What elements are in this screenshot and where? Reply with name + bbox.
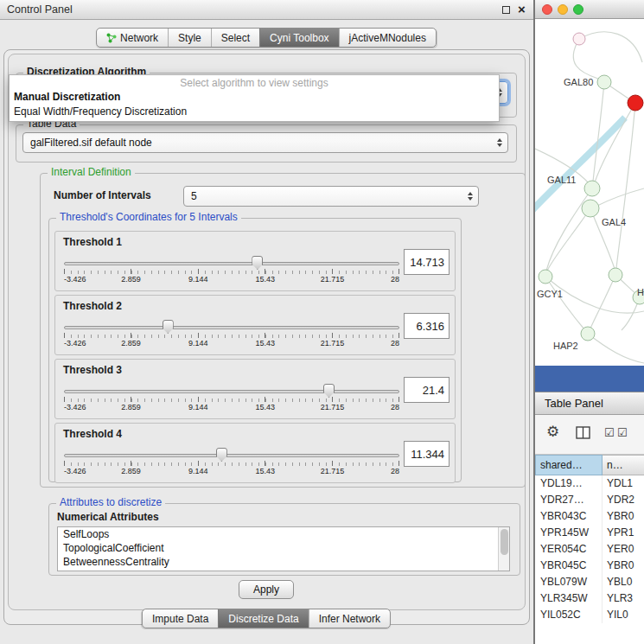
network-edge	[547, 208, 590, 271]
node-label: H	[637, 287, 644, 297]
tab-infer-network[interactable]: Infer Network	[309, 609, 390, 628]
network-canvas[interactable]: GAL80GAL11GAL4GCY1HAP2H	[535, 19, 644, 366]
axis-tick-label: 2.859	[121, 403, 141, 411]
select-all-icon[interactable]: ☑	[604, 426, 615, 439]
table-panel-title: Table Panel	[545, 397, 603, 410]
table-row[interactable]: YPR145WYPR1	[535, 525, 644, 541]
column-header-name[interactable]: n…	[603, 455, 644, 475]
slider-thumb[interactable]	[252, 256, 263, 270]
cell-shared-name: YBR045C	[535, 558, 603, 574]
tab-network[interactable]: Network	[97, 29, 168, 47]
network-node[interactable]	[584, 181, 600, 196]
thresholds-group: Threshold's Coordinates for 5 Intervals …	[48, 218, 462, 482]
network-node[interactable]	[539, 270, 552, 284]
dropdown-option[interactable]: Equal Width/Frequency Discretization	[10, 105, 499, 119]
close-icon[interactable]: ×	[518, 1, 526, 18]
axis-tick-label: -3.426	[64, 403, 86, 411]
network-node[interactable]	[597, 75, 611, 89]
float-window-icon[interactable]	[502, 6, 510, 14]
network-node[interactable]	[573, 33, 585, 45]
slider-thumb[interactable]	[323, 384, 335, 398]
network-edge	[545, 277, 584, 329]
tab-discretize-data[interactable]: Discretize Data	[218, 609, 308, 628]
tab-label: jActiveMNodules	[349, 32, 426, 44]
slider-axis: -3.4262.8599.14415.4321.71528	[64, 339, 399, 349]
network-canvas-svg: GAL80GAL11GAL4GCY1HAP2H	[535, 19, 644, 366]
table-row[interactable]: YBL079WYBL0	[535, 574, 644, 590]
table-row[interactable]: YDL19…YDL1	[535, 475, 644, 492]
tab-select[interactable]: Select	[211, 29, 259, 47]
table-toolbar: ⚙ ☑ ☑	[535, 415, 644, 455]
tab-impute-data[interactable]: Impute Data	[143, 609, 218, 628]
network-node-selected[interactable]	[628, 95, 643, 111]
numerical-attributes-list[interactable]: SelfLoopsTopologicalCoefficientBetweenne…	[57, 526, 510, 571]
cell-shared-name: YPR145W	[535, 525, 603, 541]
list-item[interactable]: SelfLoops	[58, 527, 509, 541]
network-window-titlebar	[535, 0, 644, 19]
axis-tick-label: -3.426	[64, 467, 86, 475]
threshold-value-field[interactable]: 14.713	[404, 249, 450, 275]
list-item[interactable]: TopologicalCoefficient	[58, 541, 509, 555]
number-of-intervals-spinner[interactable]: 5	[183, 186, 479, 207]
axis-tick-label: 9.144	[188, 275, 208, 284]
tab-style[interactable]: Style	[168, 29, 211, 47]
columns-icon[interactable]	[576, 426, 590, 443]
tab-jactivemnodules[interactable]: jActiveMNodules	[339, 29, 436, 47]
table-data-combobox[interactable]: galFiltered.sif default node	[22, 132, 508, 153]
node-label: GAL4	[602, 217, 626, 227]
threshold-value-field[interactable]: 21.4	[404, 377, 450, 403]
list-item[interactable]: BetweennessCentrality	[58, 555, 509, 569]
axis-tick-label: 28	[391, 403, 399, 411]
node-label: GCY1	[537, 289, 563, 299]
scrollbar-thumb[interactable]	[501, 529, 508, 555]
table-row[interactable]: YIL052CYIL0	[535, 607, 644, 623]
slider-thumb[interactable]	[216, 448, 227, 462]
close-traffic-light-icon[interactable]	[542, 4, 552, 15]
slider-axis: -3.4262.8599.14415.4321.71528	[64, 275, 399, 285]
select-none-icon[interactable]: ☑	[617, 426, 628, 439]
slider-ticks-major	[64, 333, 399, 338]
threshold-value-field[interactable]: 11.344	[404, 441, 450, 467]
axis-tick-label: 9.144	[188, 403, 208, 411]
table-row[interactable]: YBR045CYBR0	[535, 558, 644, 574]
cell-shared-name: YDR27…	[535, 492, 603, 508]
table-row[interactable]: YLR345WYLR3	[535, 590, 644, 607]
axis-tick-label: 2.859	[121, 467, 141, 475]
axis-tick-label: 21.715	[321, 467, 345, 475]
node-label: GAL80	[564, 77, 593, 87]
table-row[interactable]: YDR27…YDR2	[535, 492, 644, 508]
threshold-slider[interactable]: -3.4262.8599.14415.4321.71528	[64, 256, 399, 287]
threshold-panel-3: Threshold 3 -3.4262.8599.14415.4321.7152…	[54, 359, 456, 419]
slider-thumb[interactable]	[163, 320, 174, 334]
network-edge	[535, 118, 625, 213]
network-node[interactable]	[582, 200, 599, 217]
axis-tick-label: 21.715	[321, 275, 345, 284]
tab-cyni-toolbox[interactable]: Cyni Toolbox	[259, 29, 338, 47]
threshold-slider[interactable]: -3.4262.8599.14415.4321.71528	[64, 448, 399, 479]
network-node[interactable]	[609, 268, 622, 282]
network-edge	[593, 82, 604, 182]
threshold-value-field[interactable]: 6.316	[404, 313, 450, 339]
network-node[interactable]	[581, 327, 595, 341]
slider-axis: -3.4262.8599.14415.4321.71528	[64, 467, 399, 477]
zoom-traffic-light-icon[interactable]	[573, 4, 583, 15]
table-row[interactable]: YER054CYER0	[535, 541, 644, 558]
list-scrollbar[interactable]	[498, 527, 509, 571]
network-edge	[588, 334, 644, 363]
table-row[interactable]: YBR043CYBR0	[535, 508, 644, 525]
node-label: HAP2	[553, 341, 578, 351]
dropdown-option[interactable]: Manual Discretization	[10, 90, 499, 105]
slider-ticks-major	[64, 461, 399, 466]
threshold-slider[interactable]: -3.4262.8599.14415.4321.71528	[64, 384, 399, 415]
minimize-traffic-light-icon[interactable]	[558, 4, 568, 15]
intervals-value: 5	[191, 190, 197, 202]
gear-icon[interactable]: ⚙	[546, 423, 559, 441]
threshold-slider[interactable]: -3.4262.8599.14415.4321.71528	[64, 320, 399, 351]
network-view-window: GAL80GAL11GAL4GCY1HAP2H	[535, 0, 644, 392]
column-header-shared-name[interactable]: shared…	[535, 455, 603, 475]
table-panel-body: ⚙ ☑ ☑ shared… n… YDL19…YDL1YDR27…YDR2YBR…	[535, 415, 644, 644]
axis-tick-label: -3.426	[64, 339, 86, 348]
apply-button[interactable]: Apply	[239, 580, 294, 599]
cell-name: YLR3	[603, 590, 644, 607]
axis-tick-label: -3.426	[64, 275, 86, 284]
